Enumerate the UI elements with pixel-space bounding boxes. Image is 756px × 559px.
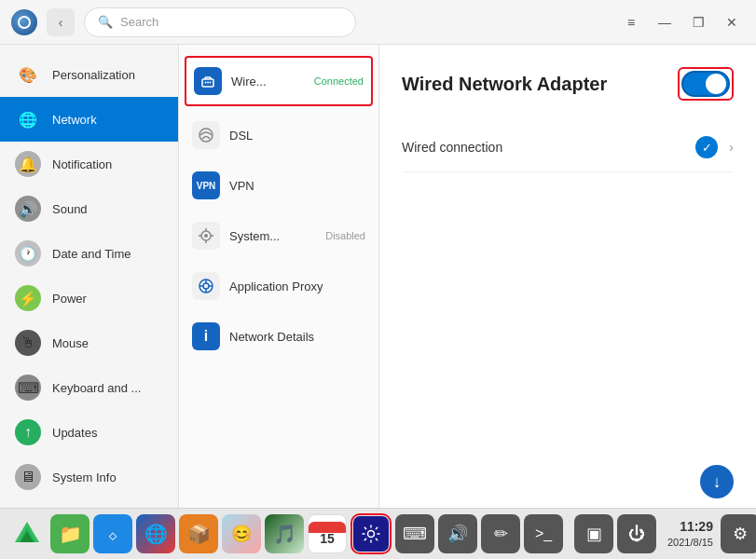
taskbar-app-archive[interactable]: 📦 bbox=[179, 514, 218, 553]
wired-connected-check: ✓ bbox=[695, 136, 718, 158]
vpn-label: VPN bbox=[229, 179, 365, 193]
search-icon: 🔍 bbox=[98, 15, 113, 29]
details-icon: i bbox=[192, 322, 220, 350]
taskbar-app-keyboard[interactable]: ⌨ bbox=[395, 514, 434, 553]
minimize-button[interactable]: — bbox=[652, 9, 678, 35]
network-item-proxy[interactable]: Application Proxy bbox=[179, 261, 378, 311]
taskbar-app-terminal[interactable]: >_ bbox=[524, 514, 563, 553]
title-bar: ‹ 🔍 Search ≡ — ❒ ✕ bbox=[0, 0, 756, 45]
mouse-icon: 🖱 bbox=[15, 330, 41, 356]
clock-time: 11:29 bbox=[667, 518, 713, 537]
updates-icon: ↑ bbox=[15, 419, 41, 445]
taskbar-clock: 11:29 2021/8/15 bbox=[664, 518, 717, 551]
network-item-vpn[interactable]: VPN VPN bbox=[179, 160, 378, 211]
taskbar-app-power[interactable]: ⏻ bbox=[617, 514, 656, 553]
sysinfo-icon: 🖥 bbox=[15, 464, 41, 490]
taskbar-app-pen[interactable]: ✏ bbox=[481, 514, 520, 553]
main-layout: 🎨 Personalization 🌐 Network 🔔 Notificati… bbox=[0, 45, 756, 508]
sidebar-label-mouse: Mouse bbox=[52, 336, 89, 350]
network-list-panel: Wire... Connected DSL VPN VPN bbox=[179, 45, 379, 508]
back-icon: ‹ bbox=[59, 15, 63, 30]
sidebar-label-notification: Notification bbox=[52, 157, 112, 171]
taskbar-app-software[interactable]: ⬦ bbox=[93, 514, 132, 553]
sidebar: 🎨 Personalization 🌐 Network 🔔 Notificati… bbox=[0, 45, 179, 508]
right-header: Wired Network Adapter bbox=[402, 67, 734, 101]
details-label: Network Details bbox=[229, 330, 365, 344]
wired-icon bbox=[194, 67, 222, 95]
sidebar-label-keyboard: Keyboard and ... bbox=[52, 381, 141, 395]
svg-point-15 bbox=[203, 283, 209, 289]
dsl-icon bbox=[192, 121, 220, 149]
sidebar-label-sound: Sound bbox=[52, 202, 88, 216]
wired-connection-label: Wired connection bbox=[402, 140, 684, 155]
taskbar: 📁 ⬦ 🌐 📦 😊 🎵 15 ⌨ 🔊 ✏ >_ bbox=[0, 508, 756, 559]
system-status: Disabled bbox=[325, 230, 365, 241]
datetime-icon: 🕐 bbox=[15, 240, 41, 266]
taskbar-app-settings[interactable] bbox=[353, 516, 389, 552]
taskbar-settings-highlight bbox=[351, 513, 392, 554]
sidebar-item-personalization[interactable]: 🎨 Personalization bbox=[0, 52, 178, 97]
svg-point-4 bbox=[205, 82, 207, 84]
vpn-icon: VPN bbox=[192, 171, 220, 199]
network-item-system[interactable]: System... Disabled bbox=[179, 211, 378, 261]
power-icon: ⚡ bbox=[15, 285, 41, 311]
back-button[interactable]: ‹ bbox=[47, 8, 75, 36]
system-icon bbox=[192, 222, 220, 250]
window-controls: ≡ — ❒ ✕ bbox=[618, 9, 745, 35]
proxy-label: Application Proxy bbox=[229, 280, 365, 293]
sidebar-item-datetime[interactable]: 🕐 Date and Time bbox=[0, 231, 178, 276]
sidebar-item-notification[interactable]: 🔔 Notification bbox=[0, 142, 178, 186]
network-icon: 🌐 bbox=[15, 106, 41, 132]
sidebar-label-network: Network bbox=[52, 113, 97, 127]
taskbar-app-files[interactable]: 📁 bbox=[50, 514, 89, 553]
sidebar-item-keyboard[interactable]: ⌨ Keyboard and ... bbox=[0, 365, 178, 410]
sidebar-label-power: Power bbox=[52, 292, 87, 306]
sidebar-item-sound[interactable]: 🔊 Sound bbox=[0, 186, 178, 231]
sound-icon: 🔊 bbox=[15, 196, 41, 222]
keyboard-icon: ⌨ bbox=[15, 375, 41, 401]
svg-point-9 bbox=[204, 234, 208, 238]
app-logo bbox=[11, 9, 37, 35]
network-item-details[interactable]: i Network Details bbox=[179, 311, 378, 361]
taskbar-app-music[interactable]: 🎵 bbox=[265, 514, 304, 553]
dsl-label: DSL bbox=[229, 129, 365, 143]
adapter-toggle-container bbox=[678, 67, 734, 101]
sidebar-item-power[interactable]: ⚡ Power bbox=[0, 276, 178, 320]
sidebar-item-mouse[interactable]: 🖱 Mouse bbox=[0, 320, 178, 365]
taskbar-app-volume[interactable]: 🔊 bbox=[438, 514, 477, 553]
network-item-dsl[interactable]: DSL bbox=[179, 110, 378, 160]
sidebar-item-network[interactable]: 🌐 Network bbox=[0, 97, 178, 142]
personalization-icon: 🎨 bbox=[15, 61, 41, 88]
sidebar-label-personalization: Personalization bbox=[52, 68, 135, 82]
network-item-wired[interactable]: Wire... Connected bbox=[185, 56, 373, 106]
taskbar-app-calendar[interactable]: 15 bbox=[308, 514, 347, 553]
sidebar-item-updates[interactable]: ↑ Updates bbox=[0, 410, 178, 455]
menu-button[interactable]: ≡ bbox=[618, 9, 644, 35]
calendar-date: 15 bbox=[320, 531, 335, 546]
taskbar-app-vm[interactable]: ▣ bbox=[574, 514, 613, 553]
scroll-down-btn[interactable]: ↓ bbox=[700, 465, 734, 498]
toggle-knob bbox=[706, 74, 726, 94]
sidebar-label-datetime: Date and Time bbox=[52, 247, 131, 261]
search-bar[interactable]: 🔍 Search bbox=[84, 7, 356, 37]
close-button[interactable]: ✕ bbox=[719, 9, 745, 35]
maximize-button[interactable]: ❒ bbox=[685, 9, 711, 35]
system-label: System... bbox=[229, 229, 316, 243]
svg-point-7 bbox=[199, 129, 213, 142]
taskbar-app-gear[interactable]: ⚙ bbox=[721, 514, 756, 553]
adapter-toggle[interactable] bbox=[681, 71, 730, 97]
svg-point-23 bbox=[368, 531, 375, 538]
sidebar-label-sysinfo: System Info bbox=[52, 470, 117, 484]
svg-point-6 bbox=[210, 82, 212, 84]
proxy-icon bbox=[192, 272, 220, 300]
taskbar-app-finder[interactable]: 😊 bbox=[222, 514, 261, 553]
chevron-right-icon: › bbox=[729, 140, 734, 155]
sidebar-item-sysinfo[interactable]: 🖥 System Info bbox=[0, 455, 178, 499]
wired-status: Connected bbox=[314, 75, 364, 87]
taskbar-app-manjaro[interactable] bbox=[7, 514, 47, 553]
wired-connection-row[interactable]: Wired connection ✓ › bbox=[402, 123, 734, 172]
search-placeholder: Search bbox=[120, 15, 158, 29]
taskbar-app-browser[interactable]: 🌐 bbox=[136, 514, 175, 553]
wired-adapter-title: Wired Network Adapter bbox=[402, 74, 607, 95]
right-panel: Wired Network Adapter Wired connection ✓… bbox=[379, 45, 756, 508]
